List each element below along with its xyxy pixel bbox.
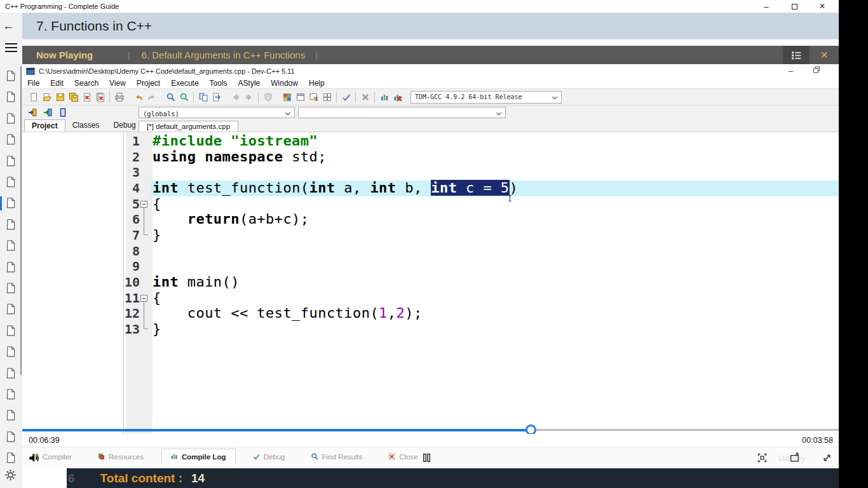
sidebar-item-document-icon[interactable] bbox=[5, 367, 18, 381]
tab-classes[interactable]: Classes bbox=[65, 119, 107, 132]
pause-icon[interactable] bbox=[421, 452, 432, 466]
sidebar-item-document-icon[interactable] bbox=[5, 282, 18, 296]
code-text: { bbox=[153, 290, 161, 306]
back-icon[interactable]: ← bbox=[3, 19, 15, 33]
class-browser-icon[interactable] bbox=[57, 107, 68, 118]
status-tab-debug[interactable]: Debug bbox=[245, 450, 294, 464]
abort-icon[interactable] bbox=[262, 91, 274, 103]
now-playing-bar: Now Playing | 6. Default Arguments in C+… bbox=[22, 46, 839, 64]
goto-line-icon[interactable] bbox=[210, 91, 222, 103]
sidebar-item-document-icon[interactable] bbox=[5, 325, 18, 339]
sidebar-scrollbar[interactable] bbox=[20, 66, 22, 375]
sidebar-item-document-icon[interactable] bbox=[5, 197, 18, 211]
sidebar-item-document-icon[interactable] bbox=[5, 219, 18, 233]
run-icon[interactable] bbox=[294, 91, 306, 103]
devcpp-window-title: C:\Users\admin\Desktop\Udemy C++ Code\de… bbox=[39, 67, 295, 75]
sidebar-item-document-icon[interactable] bbox=[5, 91, 18, 105]
toolbar-separator bbox=[336, 92, 337, 103]
menu-file[interactable]: File bbox=[27, 79, 39, 88]
find-icon[interactable] bbox=[165, 91, 177, 103]
menu-astyle[interactable]: AStyle bbox=[238, 79, 261, 88]
toolbar-separator bbox=[109, 92, 110, 103]
back-nav-icon[interactable] bbox=[229, 91, 241, 103]
status-tab-compile-log[interactable]: Compile Log bbox=[161, 449, 236, 465]
globals-select[interactable]: (globals) bbox=[139, 107, 295, 118]
list-item-number: 6 bbox=[68, 471, 75, 485]
find-in-files-icon[interactable] bbox=[178, 91, 190, 103]
delete-profiling-icon[interactable] bbox=[391, 91, 403, 103]
code-line: 9 bbox=[22, 259, 839, 274]
line-number: 5 bbox=[104, 196, 140, 212]
goto-implementation-icon[interactable] bbox=[42, 107, 53, 118]
code-text: using namespace std; bbox=[153, 149, 327, 165]
save-all-icon[interactable] bbox=[67, 91, 79, 103]
compile-icon[interactable] bbox=[281, 91, 293, 103]
sidebar-item-document-icon[interactable] bbox=[5, 409, 18, 423]
close-player-icon[interactable]: × bbox=[810, 46, 839, 64]
status-tab-find-results[interactable]: Find Results bbox=[303, 450, 372, 464]
close-all-icon[interactable] bbox=[94, 91, 106, 103]
menu-search[interactable]: Search bbox=[74, 79, 98, 88]
open-file-icon[interactable] bbox=[41, 91, 53, 103]
app-title: C++ Programming - Complete Guide bbox=[5, 0, 119, 13]
fold-guide-line bbox=[144, 208, 148, 235]
tab-project[interactable]: Project bbox=[24, 119, 65, 132]
volume-icon[interactable] bbox=[28, 452, 39, 466]
syntax-check-icon[interactable] bbox=[340, 91, 352, 103]
playlist-icon[interactable] bbox=[783, 46, 810, 64]
stop-execution-icon[interactable] bbox=[359, 91, 371, 103]
new-file-icon[interactable] bbox=[27, 91, 39, 103]
sidebar-item-document-icon[interactable] bbox=[5, 261, 18, 275]
lecture-title[interactable]: 6. Default Arguments in C++ Functions bbox=[142, 50, 306, 60]
compiler-profile-select[interactable]: TDM-GCC 4.9.2 64-bit Release bbox=[410, 91, 562, 104]
gear-icon[interactable] bbox=[4, 469, 17, 482]
menu-edit[interactable]: Edit bbox=[50, 79, 64, 88]
menu-help[interactable]: Help bbox=[309, 79, 325, 88]
status-tab-close[interactable]: Close bbox=[380, 450, 426, 464]
menu-view[interactable]: View bbox=[109, 79, 126, 88]
minimize-icon[interactable]: – bbox=[761, 1, 771, 11]
undo-icon[interactable] bbox=[132, 91, 144, 103]
sidebar-item-document-icon[interactable] bbox=[5, 431, 18, 445]
menu-execute[interactable]: Execute bbox=[171, 79, 198, 88]
file-tab[interactable]: [*] default_arguments.cpp bbox=[139, 121, 238, 132]
menu-icon[interactable] bbox=[5, 43, 17, 55]
sidebar-item-document-icon[interactable] bbox=[5, 240, 18, 254]
devcpp-restore-icon[interactable] bbox=[812, 65, 821, 77]
sidebar-item-document-icon[interactable] bbox=[5, 155, 18, 169]
redo-icon[interactable] bbox=[146, 91, 158, 103]
devcpp-toolbar: TDM-GCC 4.9.2 64-bit Release bbox=[22, 88, 839, 105]
rebuild-all-icon[interactable] bbox=[321, 91, 333, 103]
save-icon[interactable] bbox=[54, 91, 66, 103]
sidebar-item-document-icon[interactable] bbox=[5, 70, 18, 84]
devcpp-minimize-icon[interactable]: – bbox=[789, 66, 793, 76]
members-select[interactable] bbox=[298, 107, 506, 118]
sidebar-item-document-icon[interactable] bbox=[5, 346, 18, 360]
compile-run-icon[interactable] bbox=[308, 91, 320, 103]
sidebar-item-document-icon[interactable] bbox=[5, 176, 18, 190]
fullscreen-icon[interactable] bbox=[822, 452, 832, 466]
theater-mode-icon[interactable] bbox=[757, 452, 768, 466]
sidebar-item-document-icon[interactable] bbox=[5, 303, 18, 317]
print-icon[interactable] bbox=[113, 91, 125, 103]
fold-toggle-icon[interactable] bbox=[140, 201, 147, 208]
maximize-icon[interactable] bbox=[789, 1, 799, 11]
menu-window[interactable]: Window bbox=[271, 79, 298, 88]
sidebar-item-document-icon[interactable] bbox=[5, 388, 18, 402]
menu-project[interactable]: Project bbox=[137, 79, 160, 88]
tab-debug[interactable]: Debug bbox=[106, 119, 142, 132]
status-tab-resources[interactable]: Resources bbox=[90, 450, 153, 464]
replace-icon[interactable] bbox=[197, 91, 209, 103]
forward-nav-icon[interactable] bbox=[243, 91, 255, 103]
menu-tools[interactable]: Tools bbox=[210, 79, 227, 88]
fold-toggle-icon[interactable] bbox=[140, 295, 147, 302]
picture-in-picture-icon[interactable] bbox=[789, 452, 800, 466]
video-scrubber[interactable] bbox=[22, 426, 839, 434]
profile-icon[interactable] bbox=[378, 91, 390, 103]
sidebar-item-document-icon[interactable] bbox=[5, 112, 18, 126]
sidebar-item-document-icon[interactable] bbox=[5, 133, 18, 147]
sidebar-item-document-icon[interactable] bbox=[5, 452, 18, 466]
goto-declaration-icon[interactable] bbox=[27, 107, 37, 118]
close-file-icon[interactable] bbox=[81, 91, 93, 103]
close-icon[interactable]: × bbox=[817, 1, 827, 11]
